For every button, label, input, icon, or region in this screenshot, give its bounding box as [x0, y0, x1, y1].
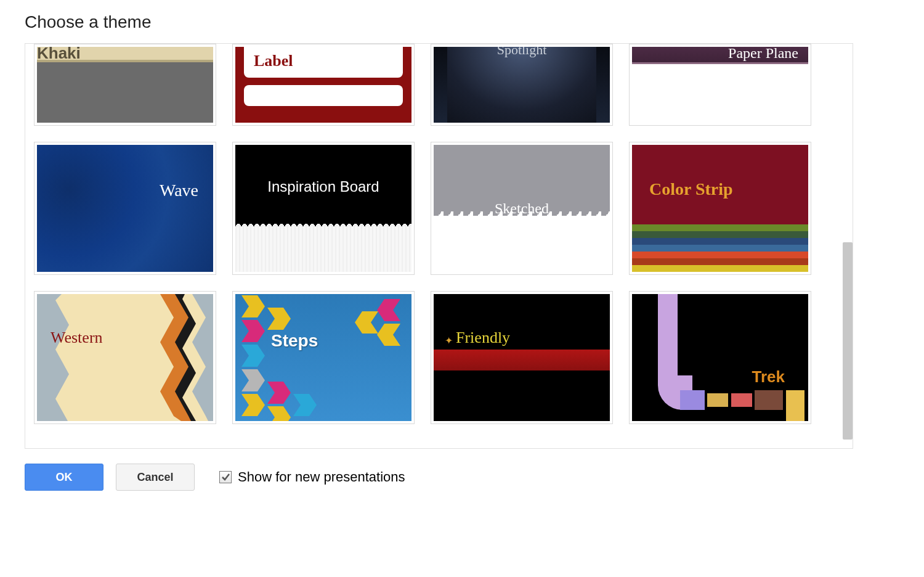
theme-label: Steps: [271, 331, 318, 351]
svg-marker-8: [293, 394, 317, 416]
checkbox-label: Show for new presentations: [238, 469, 405, 485]
theme-card-inspiration[interactable]: Inspiration Board: [232, 142, 415, 275]
dialog-title: Choose a theme: [25, 12, 899, 32]
theme-card-sketched[interactable]: Sketched: [431, 142, 613, 275]
theme-card-spotlight[interactable]: Spotlight: [431, 44, 613, 126]
theme-card-friendly[interactable]: ✦ Friendly: [431, 291, 613, 424]
svg-marker-0: [241, 295, 265, 317]
svg-marker-4: [241, 394, 265, 416]
theme-dialog: Choose a theme Khaki Label Spotlight: [0, 0, 924, 509]
svg-marker-3: [241, 369, 265, 391]
theme-card-colorstrip[interactable]: Color Strip: [629, 142, 811, 275]
svg-marker-7: [267, 406, 291, 421]
theme-grid-container: Khaki Label Spotlight Paper Plane: [25, 43, 853, 449]
theme-label: Paper Plane: [728, 47, 798, 62]
checkbox-icon: [219, 471, 232, 483]
theme-card-paperplane[interactable]: Paper Plane: [629, 44, 811, 126]
theme-label: Friendly: [456, 329, 510, 347]
cancel-button[interactable]: Cancel: [116, 464, 195, 491]
theme-label: Wave: [160, 181, 198, 200]
svg-marker-1: [241, 320, 265, 342]
theme-card-label[interactable]: Label: [232, 44, 415, 126]
theme-label: Inspiration Board: [235, 178, 411, 195]
svg-marker-2: [241, 345, 265, 367]
svg-marker-10: [355, 311, 378, 334]
theme-label: Color Strip: [649, 179, 733, 199]
theme-card-khaki[interactable]: Khaki: [34, 44, 216, 126]
theme-card-western[interactable]: Western: [34, 291, 216, 424]
theme-label: Western: [51, 329, 103, 347]
ok-button[interactable]: OK: [25, 464, 103, 491]
svg-marker-5: [267, 308, 291, 330]
dialog-footer: OK Cancel Show for new presentations: [25, 464, 899, 491]
theme-label: Label: [254, 52, 293, 70]
svg-marker-6: [267, 382, 291, 404]
theme-card-trek[interactable]: Trek: [629, 291, 811, 424]
accent-icon: ✦: [445, 335, 453, 346]
svg-marker-11: [377, 324, 400, 346]
theme-label: Spotlight: [434, 47, 610, 58]
theme-card-wave[interactable]: Wave: [34, 142, 216, 275]
svg-marker-9: [377, 299, 400, 321]
theme-label: Khaki: [37, 47, 213, 63]
show-new-presentations-toggle[interactable]: Show for new presentations: [219, 469, 405, 485]
theme-card-steps[interactable]: Steps: [232, 291, 415, 424]
theme-grid: Khaki Label Spotlight Paper Plane: [25, 44, 853, 433]
theme-label: Trek: [752, 367, 785, 387]
scrollbar-thumb[interactable]: [843, 242, 853, 440]
theme-label: Sketched: [434, 200, 610, 217]
